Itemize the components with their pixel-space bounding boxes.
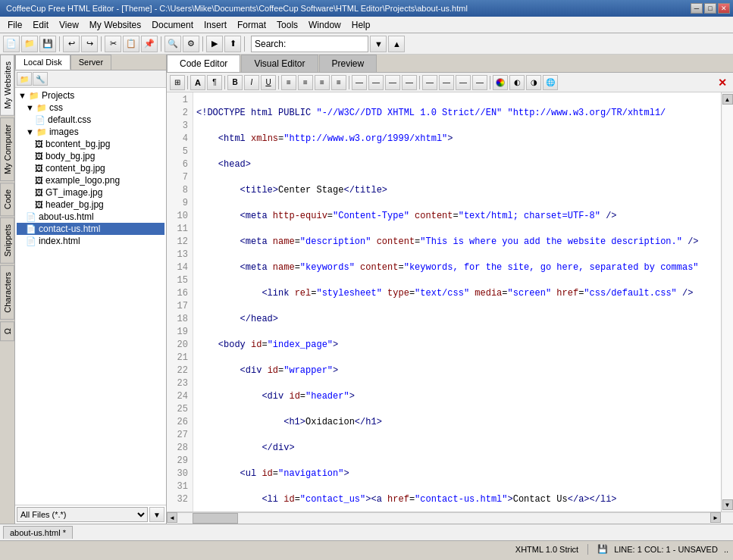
- tree-item-index[interactable]: 📄 index.html: [17, 235, 164, 247]
- file-icon: 📄: [26, 212, 36, 222]
- open-button[interactable]: 📁: [21, 36, 38, 52]
- search-input[interactable]: [289, 39, 365, 49]
- ct-btn-8[interactable]: —: [402, 75, 417, 90]
- upload-button[interactable]: ⬆: [224, 36, 241, 52]
- ct-btn-12[interactable]: —: [472, 75, 487, 90]
- tree-item-bodybg[interactable]: 🖼 body_bg.jpg: [17, 150, 164, 162]
- file-filter-select[interactable]: All Files (*.*) HTML Files (*.html) CSS …: [17, 507, 148, 522]
- search-next-button[interactable]: ▲: [388, 36, 405, 52]
- local-disk-tab[interactable]: Local Disk: [15, 55, 70, 70]
- tree-item-default-css[interactable]: 📄 default.css: [17, 114, 164, 126]
- tab-characters[interactable]: Characters: [0, 265, 14, 320]
- ct-btn-10[interactable]: —: [439, 75, 454, 90]
- tree-item-label: css: [49, 102, 63, 113]
- menu-document[interactable]: Document: [147, 18, 198, 32]
- save-button[interactable]: 💾: [39, 36, 56, 52]
- close-button[interactable]: ✕: [718, 3, 730, 14]
- tab-code[interactable]: Code: [0, 183, 14, 216]
- ct-btn-6[interactable]: —: [368, 75, 384, 90]
- file-panel-toolbar: 📁 🔧: [15, 70, 166, 88]
- scroll-down-button[interactable]: ▼: [722, 499, 733, 510]
- menu-edit[interactable]: Edit: [28, 18, 53, 32]
- undo-button[interactable]: ↩: [63, 36, 80, 52]
- copy-button[interactable]: 📋: [123, 36, 139, 52]
- tab-omega[interactable]: Ω: [0, 321, 14, 341]
- vertical-scrollbar[interactable]: ▲ ▼: [721, 92, 733, 512]
- search-prev-button[interactable]: ▼: [370, 36, 387, 52]
- menu-insert[interactable]: Insert: [199, 18, 231, 32]
- find-button[interactable]: 🔍: [164, 36, 181, 52]
- ct-btn-italic[interactable]: I: [244, 75, 259, 90]
- main-toolbar: 📄 📁 💾 ↩ ↪ ✂ 📋 📌 🔍 ⚙ ▶ ⬆ Search: ▼ ▲: [0, 33, 733, 55]
- tab-snippets[interactable]: Snippets: [0, 217, 14, 264]
- tab-visual-editor[interactable]: Visual Editor: [241, 55, 318, 72]
- menu-file[interactable]: File: [3, 18, 27, 32]
- ct-close-button[interactable]: ✕: [715, 77, 730, 89]
- tree-item-images[interactable]: ▼ 📁 images: [17, 126, 164, 138]
- preview-button[interactable]: ▶: [206, 36, 223, 52]
- toolbar-separator-5: [244, 36, 245, 52]
- code-editor[interactable]: <!DOCTYPE html PUBLIC "-//W3C//DTD XHTML…: [193, 92, 721, 512]
- ct-btn-bold[interactable]: B: [227, 75, 243, 90]
- ct-btn-1[interactable]: ⊞: [170, 75, 185, 90]
- tree-item-label: GT_image.jpg: [45, 187, 102, 198]
- cut-button[interactable]: ✂: [105, 36, 121, 52]
- ct-btn-globe[interactable]: 🌐: [543, 75, 558, 90]
- scroll-up-button[interactable]: ▲: [722, 94, 733, 105]
- menu-format[interactable]: Format: [233, 18, 271, 32]
- status-bar: XHTML 1.0 Strict 💾 LINE: 1 COL: 1 - UNSA…: [0, 540, 733, 557]
- tree-item-label: example_logo.png: [45, 175, 120, 186]
- tree-item-css[interactable]: ▼ 📁 css: [17, 102, 164, 114]
- ct-sep-5: [419, 76, 420, 89]
- tab-my-websites[interactable]: My Websites: [0, 55, 14, 116]
- ct-btn-11[interactable]: —: [456, 75, 471, 90]
- ct-btn-alignleft[interactable]: ≡: [281, 75, 296, 90]
- tree-item-logo[interactable]: 🖼 example_logo.png: [17, 174, 164, 186]
- menu-my-websites[interactable]: My Websites: [85, 18, 146, 32]
- redo-button[interactable]: ↪: [81, 36, 98, 52]
- ct-btn-right[interactable]: ◑: [526, 75, 541, 90]
- menu-help[interactable]: Help: [347, 18, 375, 32]
- ct-btn-color[interactable]: [493, 75, 508, 90]
- ct-btn-5[interactable]: —: [352, 75, 367, 90]
- replace-button[interactable]: ⚙: [183, 36, 199, 52]
- ct-btn-aligncenter[interactable]: ≡: [298, 75, 313, 90]
- image-icon: 🖼: [35, 139, 43, 149]
- server-tab[interactable]: Server: [70, 55, 111, 70]
- toolbar-separator-3: [161, 36, 161, 52]
- scroll-right-button[interactable]: ►: [710, 512, 721, 523]
- paste-button[interactable]: 📌: [141, 36, 158, 52]
- ct-btn-font[interactable]: A: [190, 75, 205, 90]
- ct-btn-para[interactable]: ¶: [207, 75, 222, 90]
- ct-btn-7[interactable]: —: [385, 75, 400, 90]
- fp-folder-button[interactable]: 📁: [17, 72, 32, 86]
- filter-button[interactable]: ▼: [149, 507, 164, 522]
- menu-tools[interactable]: Tools: [272, 18, 302, 32]
- tree-item-about[interactable]: 📄 about-us.html: [17, 211, 164, 223]
- tree-item-bcontent[interactable]: 🖼 bcontent_bg.jpg: [17, 138, 164, 150]
- scroll-left-button[interactable]: ◄: [167, 512, 177, 523]
- fp-settings-button[interactable]: 🔧: [33, 72, 48, 86]
- h-scrollbar[interactable]: [177, 512, 710, 524]
- ct-btn-underline[interactable]: U: [261, 75, 276, 90]
- tree-item-contact[interactable]: 📄 contact-us.html: [17, 223, 164, 235]
- minimize-button[interactable]: ─: [691, 3, 703, 14]
- maximize-button[interactable]: □: [704, 3, 716, 14]
- ct-btn-alignright[interactable]: ≡: [315, 75, 330, 90]
- tab-my-computer[interactable]: My Computer: [0, 117, 14, 181]
- menu-window[interactable]: Window: [304, 18, 346, 32]
- tab-preview[interactable]: Preview: [319, 55, 377, 72]
- new-button[interactable]: 📄: [3, 36, 20, 52]
- tree-item-projects[interactable]: ▼ 📁 Projects: [17, 89, 164, 102]
- tree-item-contentbg[interactable]: 🖼 content_bg.jpg: [17, 162, 164, 174]
- file-icon: 📄: [26, 224, 36, 234]
- tree-item-headerbg[interactable]: 🖼 header_bg.jpg: [17, 199, 164, 211]
- tree-item-gtimage[interactable]: 🖼 GT_image.jpg: [17, 186, 164, 199]
- ct-btn-halftone[interactable]: ◐: [509, 75, 525, 90]
- menu-view[interactable]: View: [55, 18, 83, 32]
- bottom-tab-about[interactable]: about-us.html *: [3, 526, 73, 539]
- ct-btn-alignjustify[interactable]: ≡: [331, 75, 346, 90]
- tab-code-editor[interactable]: Code Editor: [167, 55, 240, 72]
- menu-bar: File Edit View My Websites Document Inse…: [0, 17, 733, 33]
- ct-btn-9[interactable]: —: [422, 75, 437, 90]
